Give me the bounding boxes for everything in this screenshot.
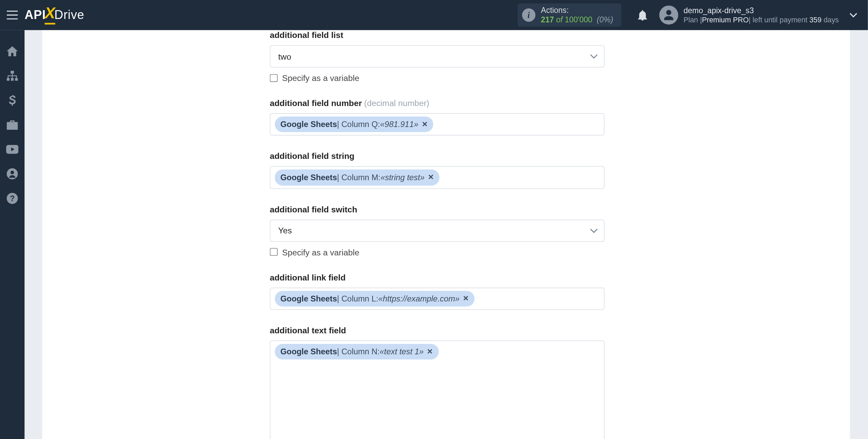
svg-rect-0 (7, 11, 18, 12)
svg-rect-6 (15, 78, 18, 81)
sidebar-item-video[interactable] (0, 138, 24, 161)
field-text-label: additional text field (270, 326, 605, 335)
dollar-icon (9, 95, 16, 106)
field-list: additional field list two Specify as a v… (270, 30, 605, 83)
sidebar: ? (0, 30, 24, 439)
field-number: additional field number (decimal number)… (270, 98, 605, 136)
field-link-input[interactable]: Google Sheets | Column L: «https://examp… (270, 287, 605, 310)
actions-of: of (556, 15, 563, 24)
svg-rect-5 (11, 78, 14, 81)
logo-drive: Drive (54, 8, 84, 22)
field-list-value: two (270, 45, 605, 67)
sidebar-item-help[interactable]: ? (0, 187, 24, 210)
briefcase-icon (7, 120, 18, 129)
svg-point-9 (11, 171, 14, 174)
logo-api: API (24, 8, 46, 22)
field-link-label: additional link field (270, 272, 605, 282)
field-number-input[interactable]: Google Sheets | Column Q: «981.911» ✕ (270, 113, 605, 135)
field-switch-variable-checkbox[interactable] (270, 248, 278, 256)
field-switch-value: Yes (270, 219, 605, 242)
field-switch-label: additional field switch (270, 204, 605, 214)
sitemap-icon (7, 71, 18, 81)
youtube-icon (6, 145, 18, 154)
menu-toggle[interactable] (0, 0, 24, 30)
logo-x: X (45, 4, 56, 24)
sidebar-item-account[interactable] (0, 163, 24, 185)
field-string-tag[interactable]: Google Sheets | Column M: «string test» … (275, 170, 440, 186)
info-icon: i (522, 8, 535, 22)
help-icon: ? (7, 193, 18, 204)
avatar[interactable] (659, 5, 678, 24)
field-text-tag[interactable]: Google Sheets | Column N: «text test 1» … (275, 344, 439, 360)
actions-pct: (0%) (597, 15, 613, 24)
svg-text:?: ? (10, 194, 15, 203)
field-list-select[interactable]: two (270, 45, 605, 67)
field-text: additional text field Google Sheets | Co… (270, 326, 605, 439)
form-panel: additional field list two Specify as a v… (145, 30, 748, 439)
user-plan: Plan |Premium PRO| left until payment 35… (684, 15, 839, 24)
svg-rect-4 (7, 78, 9, 81)
sidebar-item-billing[interactable] (0, 89, 24, 111)
actions-count: 217 (541, 15, 554, 24)
field-string-tag-remove[interactable]: ✕ (428, 172, 434, 183)
sidebar-item-briefcase[interactable] (0, 114, 24, 136)
actions-label: Actions: (541, 6, 613, 15)
field-number-tag[interactable]: Google Sheets | Column Q: «981.911» ✕ (275, 117, 433, 132)
field-string-label: additional field string (270, 151, 605, 161)
field-number-hint: (decimal number) (364, 98, 429, 108)
sidebar-item-connections[interactable] (0, 65, 24, 87)
svg-rect-1 (7, 15, 18, 16)
user-circle-icon (7, 168, 18, 180)
field-switch-select[interactable]: Yes (270, 219, 605, 242)
actions-total: 100'000 (565, 15, 592, 24)
hamburger-icon (7, 11, 18, 19)
field-number-tag-remove[interactable]: ✕ (422, 119, 428, 129)
sidebar-item-home[interactable] (0, 40, 24, 62)
field-link-tag-remove[interactable]: ✕ (463, 293, 469, 304)
field-list-label: additional field list (270, 30, 605, 40)
notifications-button[interactable] (631, 9, 653, 21)
field-number-label: additional field number (decimal number) (270, 98, 605, 108)
topbar: APIXDrive i Actions: 217 of 100'000 (0%)… (0, 0, 868, 30)
user-icon (662, 9, 674, 21)
logo[interactable]: APIXDrive (24, 5, 84, 25)
home-icon (7, 46, 18, 57)
bell-icon (637, 9, 647, 21)
chevron-down-icon (849, 13, 857, 18)
field-link-tag[interactable]: Google Sheets | Column L: «https://examp… (275, 291, 475, 307)
page: additional field list two Specify as a v… (42, 30, 850, 439)
field-switch-variable-label[interactable]: Specify as a variable (282, 247, 359, 257)
actions-box[interactable]: i Actions: 217 of 100'000 (0%) (517, 3, 621, 27)
main-scroll[interactable]: additional field list two Specify as a v… (24, 30, 868, 439)
field-list-variable-label[interactable]: Specify as a variable (282, 73, 359, 82)
field-text-tag-remove[interactable]: ✕ (427, 347, 433, 357)
field-link: additional link field Google Sheets | Co… (270, 272, 605, 310)
field-list-variable-checkbox[interactable] (270, 74, 278, 82)
user-block[interactable]: demo_apix-drive_s3 Plan |Premium PRO| le… (684, 6, 839, 24)
svg-rect-2 (7, 18, 18, 19)
svg-rect-3 (11, 71, 14, 74)
user-menu-toggle[interactable] (842, 13, 865, 18)
actions-text: Actions: 217 of 100'000 (0%) (541, 6, 613, 24)
user-name: demo_apix-drive_s3 (684, 6, 839, 16)
field-string-input[interactable]: Google Sheets | Column M: «string test» … (270, 166, 605, 189)
field-switch: additional field switch Yes Specify as a… (270, 204, 605, 257)
field-text-input[interactable]: Google Sheets | Column N: «text test 1» … (270, 340, 605, 439)
field-string: additional field string Google Sheets | … (270, 151, 605, 189)
